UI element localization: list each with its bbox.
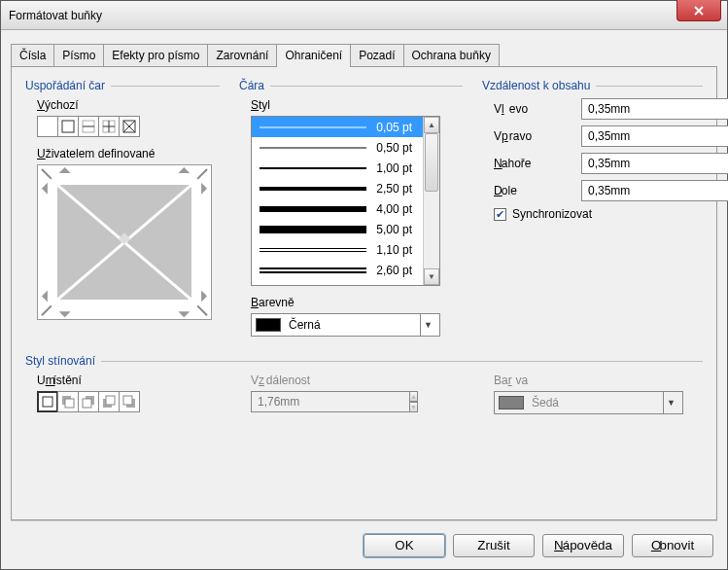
sync-checkbox-row[interactable]: ✔ Synchronizovat bbox=[494, 207, 703, 221]
line-style-option[interactable]: 0,05 pt bbox=[252, 117, 439, 137]
help-button[interactable]: Nápověda bbox=[542, 534, 624, 557]
line-style-option[interactable]: 1,10 pt bbox=[252, 239, 439, 260]
tab-efekty-pro-písmo[interactable]: Efekty pro písmo bbox=[103, 44, 208, 66]
shadow-br[interactable] bbox=[119, 391, 140, 412]
line-style-listbox[interactable]: 0,05 pt0,50 pt1,00 pt2,50 pt4,00 pt5,00 … bbox=[251, 116, 440, 286]
shadow-tr[interactable] bbox=[78, 391, 99, 412]
chevron-down-icon: ▼ bbox=[663, 392, 678, 413]
shadow-color-swatch bbox=[499, 396, 524, 410]
svg-rect-5 bbox=[43, 397, 52, 407]
spin-down: ▼ bbox=[410, 402, 418, 412]
padding-bottom-label: Dole bbox=[494, 184, 581, 197]
tab-panel-borders: Uspořádání čar Výchozí Uživatelem defino… bbox=[11, 66, 717, 520]
format-cells-dialog: Formátovat buňky ČíslaPísmoEfekty pro pí… bbox=[0, 0, 728, 570]
preset-diag[interactable] bbox=[119, 116, 140, 137]
preset-horiz[interactable] bbox=[78, 116, 99, 137]
line-color-name: Černá bbox=[289, 318, 321, 332]
svg-rect-9 bbox=[83, 399, 91, 408]
tab-ohraničení[interactable]: Ohraničení bbox=[276, 44, 351, 66]
shadow-distance-spinner: ▲▼ bbox=[251, 391, 358, 412]
padding-top-input[interactable] bbox=[581, 153, 728, 174]
preset-box[interactable] bbox=[57, 116, 79, 137]
title-bar: Formátovat buňky bbox=[1, 1, 727, 30]
sync-checkbox[interactable]: ✔ bbox=[494, 208, 506, 221]
dialog-button-bar: OK Zrušit Nápověda Obnovit bbox=[11, 520, 717, 569]
shadow-position-label: Umístění bbox=[37, 374, 220, 387]
shadow-tl[interactable] bbox=[57, 391, 79, 412]
shadow-distance-input bbox=[251, 391, 410, 412]
shadow-color-name: Šedá bbox=[532, 396, 559, 410]
sync-label: Synchronizovat bbox=[512, 207, 592, 221]
chevron-down-icon: ▼ bbox=[420, 314, 435, 336]
tab-pozadí[interactable]: Pozadí bbox=[350, 44, 403, 66]
shadow-color-label: Barva bbox=[494, 374, 703, 387]
preset-grid[interactable] bbox=[98, 116, 120, 137]
group-title-line: Čára bbox=[239, 79, 264, 92]
svg-rect-11 bbox=[106, 396, 115, 405]
line-style-option[interactable]: 1,00 pt bbox=[252, 158, 439, 178]
close-button[interactable] bbox=[676, 0, 721, 21]
window-title: Formátovat buňky bbox=[9, 9, 102, 22]
padding-left-input[interactable] bbox=[581, 98, 728, 120]
line-style-option[interactable]: 0,50 pt bbox=[252, 137, 439, 158]
arrangement-userdef-label: Uživatelem definované bbox=[37, 147, 220, 160]
shadow-distance-label: Vzdálenost bbox=[251, 374, 463, 387]
padding-right-label: Vpravo bbox=[494, 129, 581, 143]
padding-left-label: Vlevo bbox=[494, 102, 581, 116]
shadow-group: Styl stínování Umístění Vzdálenost bbox=[25, 354, 703, 422]
ok-button[interactable]: OK bbox=[364, 534, 445, 557]
svg-rect-7 bbox=[65, 399, 74, 408]
line-style-option[interactable]: 2,60 pt bbox=[252, 260, 439, 280]
reset-button[interactable]: Obnovit bbox=[632, 534, 713, 557]
scrollbar[interactable]: ▲ ▼ bbox=[423, 117, 439, 285]
shadow-color-select: Šedá ▼ bbox=[494, 391, 683, 414]
tab-bar: ČíslaPísmoEfekty pro písmoZarovnáníOhran… bbox=[11, 44, 717, 66]
svg-marker-4 bbox=[119, 232, 130, 244]
line-arrangement-group: Uspořádání čar Výchozí Uživatelem defino… bbox=[25, 79, 220, 337]
padding-bottom-input[interactable] bbox=[581, 180, 728, 201]
tab-čísla[interactable]: Čísla bbox=[11, 44, 54, 66]
shadow-none[interactable] bbox=[37, 391, 58, 412]
line-style-label: Styl bbox=[251, 98, 463, 112]
padding-top-label: Nahoře bbox=[494, 157, 581, 170]
padding-group: Vzdálenost k obsahu Vlevo ▲▼ Vpravo ▲▼ bbox=[482, 79, 703, 337]
padding-bottom-spinner[interactable]: ▲▼ bbox=[581, 180, 688, 201]
line-style-option[interactable]: 4,00 pt bbox=[252, 198, 439, 219]
shadow-preset-row bbox=[37, 391, 220, 412]
user-defined-preview[interactable] bbox=[37, 164, 212, 320]
line-style-option[interactable]: 5,00 pt bbox=[252, 219, 439, 239]
svg-rect-13 bbox=[123, 396, 132, 405]
padding-left-spinner[interactable]: ▲▼ bbox=[581, 98, 688, 120]
preset-none[interactable] bbox=[37, 116, 58, 137]
padding-right-input[interactable] bbox=[581, 125, 728, 147]
tab-ochrana-buňky[interactable]: Ochrana buňky bbox=[403, 44, 500, 66]
group-title-padding: Vzdálenost k obsahu bbox=[482, 79, 590, 92]
group-title-arrangement: Uspořádání čar bbox=[25, 79, 105, 92]
tab-písmo[interactable]: Písmo bbox=[53, 44, 104, 66]
svg-rect-0 bbox=[62, 121, 74, 132]
arrangement-default-label: Výchozí bbox=[37, 98, 220, 112]
line-color-select[interactable]: Černá ▼ bbox=[251, 313, 440, 337]
line-style-option[interactable]: 2,50 pt bbox=[252, 178, 439, 198]
scroll-down-button[interactable]: ▼ bbox=[424, 268, 439, 285]
preset-row bbox=[37, 116, 220, 137]
line-color-swatch bbox=[256, 318, 281, 332]
spin-up: ▲ bbox=[410, 391, 418, 402]
padding-top-spinner[interactable]: ▲▼ bbox=[581, 153, 688, 174]
cancel-button[interactable]: Zrušit bbox=[453, 534, 535, 557]
tab-zarovnání[interactable]: Zarovnání bbox=[207, 44, 277, 66]
padding-right-spinner[interactable]: ▲▼ bbox=[581, 125, 688, 147]
line-group: Čára Styl 0,05 pt0,50 pt1,00 pt2,50 pt4,… bbox=[239, 79, 463, 337]
group-title-shadow: Styl stínování bbox=[25, 354, 95, 368]
scroll-thumb[interactable] bbox=[425, 133, 438, 192]
scroll-up-button[interactable]: ▲ bbox=[424, 117, 439, 133]
close-icon bbox=[694, 6, 704, 16]
shadow-bl[interactable] bbox=[98, 391, 120, 412]
line-color-label: Barevně bbox=[251, 296, 463, 309]
